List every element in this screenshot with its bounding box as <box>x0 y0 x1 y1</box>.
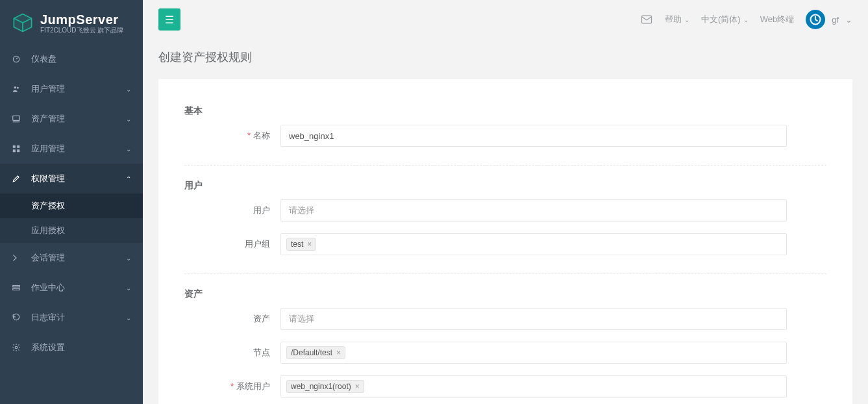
sidebar-item-label: 资产管理 <box>31 113 117 125</box>
sidebar-item-sessions[interactable]: 会话管理 ⌄ <box>0 243 143 273</box>
tag-user-group: test × <box>286 238 316 251</box>
topbar-language-label: 中文(简体) <box>701 14 741 25</box>
svg-point-3 <box>14 86 17 89</box>
system-user-select[interactable]: web_nginx1(root) × <box>280 375 787 398</box>
topbar-user[interactable]: gf ⌄ <box>806 10 852 29</box>
topbar-web-terminal[interactable]: Web终端 <box>760 14 795 25</box>
form-row-name: *名称 <box>184 121 826 151</box>
audit-icon <box>12 313 22 322</box>
brand-block: JumpServer FIT2CLOUD飞致云 旗下品牌 <box>0 0 143 44</box>
form-row-asset: 资产 请选择 <box>184 304 826 334</box>
sidebar-subitem-app-perm[interactable]: 应用授权 <box>0 218 143 243</box>
brand-logo-icon <box>12 12 34 34</box>
sidebar-item-label: 权限管理 <box>31 173 117 184</box>
user-group-select[interactable]: test × <box>280 233 787 255</box>
sidebar-item-label: 系统设置 <box>31 342 131 353</box>
form-card: 基本 *名称 用户 用户 请选择 用 <box>158 79 852 404</box>
sidebar-item-settings[interactable]: 系统设置 <box>0 333 143 362</box>
tag-label: /Default/test <box>291 348 332 357</box>
svg-rect-5 <box>13 116 20 120</box>
page-title: 创建资产授权规则 <box>143 39 868 79</box>
user-select[interactable]: 请选择 <box>280 199 787 221</box>
chevron-down-icon: ⌄ <box>126 145 131 153</box>
edit-icon <box>12 174 22 183</box>
section-heading-user: 用户 <box>184 172 826 192</box>
section-heading-basic: 基本 <box>184 97 826 117</box>
hamburger-button[interactable]: ☰ <box>158 8 180 31</box>
svg-point-4 <box>17 87 19 89</box>
sidebar-item-label: 用户管理 <box>31 83 117 95</box>
field-label-asset: 资产 <box>253 314 270 323</box>
field-label-user: 用户 <box>253 205 270 215</box>
chevron-down-icon: ⌄ <box>126 255 131 262</box>
sidebar-item-assets[interactable]: 资产管理 ⌄ <box>0 104 143 134</box>
form-row-system-user: *系统用户 web_nginx1(root) × <box>184 372 826 401</box>
form-row-node: 节点 /Default/test × <box>184 338 826 368</box>
svg-rect-9 <box>13 149 16 152</box>
section-divider <box>184 273 826 274</box>
tag-label: test <box>291 240 303 249</box>
sidebar: JumpServer FIT2CLOUD飞致云 旗下品牌 仪表盘 用户管理 ⌄ … <box>0 0 143 404</box>
hamburger-icon: ☰ <box>165 14 174 26</box>
sidebar-sub-permissions: 资产授权 应用授权 <box>0 194 143 243</box>
asset-select-placeholder: 请选择 <box>289 313 314 325</box>
svg-rect-11 <box>13 286 20 287</box>
sidebar-item-label: 应用管理 <box>31 143 117 155</box>
asset-select[interactable]: 请选择 <box>280 308 787 330</box>
field-label-name: 名称 <box>253 131 270 140</box>
user-select-placeholder: 请选择 <box>289 205 314 216</box>
svg-point-13 <box>15 346 18 349</box>
name-input[interactable] <box>280 125 787 147</box>
main-area: ☰ 帮助 ⌄ 中文(简体) ⌄ Web终端 gf ⌄ 创建资产授权规则 基本 <box>143 0 868 404</box>
sidebar-item-dashboard[interactable]: 仪表盘 <box>0 44 143 74</box>
sidebar-item-apps[interactable]: 应用管理 ⌄ <box>0 134 143 164</box>
field-label-node: 节点 <box>253 347 270 357</box>
brand-subtitle: FIT2CLOUD飞致云 旗下品牌 <box>40 27 123 34</box>
tag-label: web_nginx1(root) <box>291 382 351 391</box>
sidebar-item-label: 会话管理 <box>31 252 117 264</box>
sidebar-item-users[interactable]: 用户管理 ⌄ <box>0 74 143 104</box>
sidebar-subitem-label: 资产授权 <box>31 201 65 210</box>
settings-icon <box>12 343 22 352</box>
brand-title: JumpServer <box>40 12 123 27</box>
tag-system-user: web_nginx1(root) × <box>286 380 364 393</box>
topbar-username: gf <box>832 15 839 25</box>
section-divider <box>184 165 826 166</box>
caret-down-icon: ⌄ <box>684 16 689 23</box>
mail-icon[interactable] <box>640 13 653 26</box>
topbar-help-label: 帮助 <box>665 14 682 25</box>
chevron-down-icon: ⌄ <box>126 314 131 322</box>
svg-rect-14 <box>641 16 651 23</box>
tag-remove-icon[interactable]: × <box>307 240 312 249</box>
dashboard-icon <box>12 55 22 64</box>
tag-remove-icon[interactable]: × <box>336 348 341 357</box>
sidebar-subitem-label: 应用授权 <box>31 225 65 235</box>
apps-icon <box>12 144 22 153</box>
assets-icon <box>12 114 22 123</box>
chevron-down-icon: ⌄ <box>126 116 131 123</box>
sidebar-item-permissions[interactable]: 权限管理 ⌃ <box>0 164 143 194</box>
caret-down-icon: ⌄ <box>743 16 749 23</box>
form-row-user-group: 用户组 test × <box>184 229 826 259</box>
required-marker: * <box>247 131 251 140</box>
node-select[interactable]: /Default/test × <box>280 342 787 364</box>
terminal-icon <box>12 253 22 262</box>
tag-remove-icon[interactable]: × <box>355 382 360 391</box>
jobs-icon <box>12 283 22 292</box>
svg-rect-12 <box>13 288 20 290</box>
svg-rect-7 <box>13 145 16 148</box>
required-marker: * <box>230 381 234 391</box>
topbar-web-terminal-label: Web终端 <box>760 14 795 25</box>
field-label-system-user: 系统用户 <box>236 381 270 391</box>
topbar-language[interactable]: 中文(简体) ⌄ <box>701 14 749 25</box>
field-label-user-group: 用户组 <box>245 239 270 249</box>
users-icon <box>12 84 22 94</box>
sidebar-subitem-asset-perm[interactable]: 资产授权 <box>0 194 143 218</box>
form-row-user: 用户 请选择 <box>184 196 826 225</box>
sidebar-item-jobs[interactable]: 作业中心 ⌄ <box>0 273 143 303</box>
topbar: ☰ 帮助 ⌄ 中文(简体) ⌄ Web终端 gf ⌄ <box>143 0 868 39</box>
sidebar-item-label: 仪表盘 <box>31 53 131 65</box>
svg-rect-10 <box>17 149 19 152</box>
topbar-help[interactable]: 帮助 ⌄ <box>665 14 689 25</box>
sidebar-item-audit[interactable]: 日志审计 ⌄ <box>0 303 143 333</box>
